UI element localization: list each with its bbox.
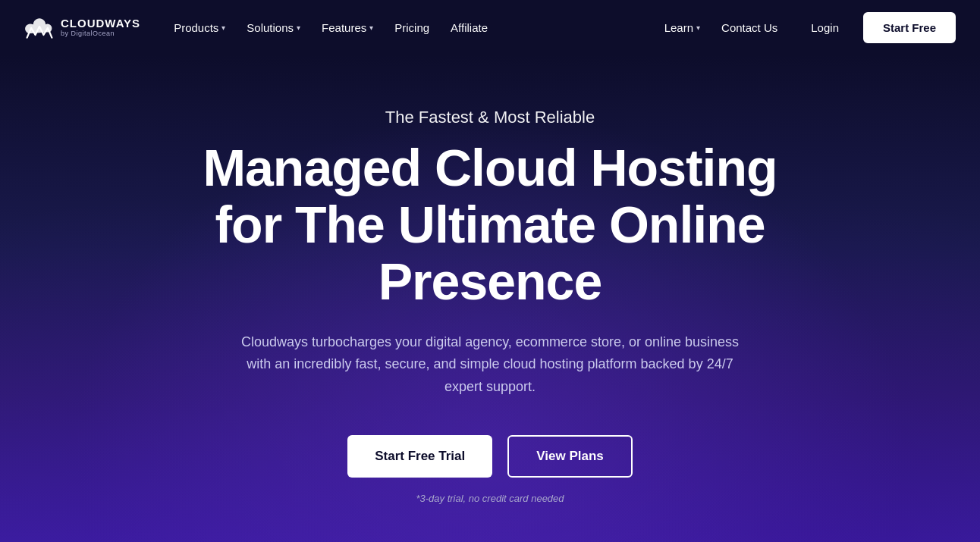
chevron-down-icon: ▾ <box>221 23 225 32</box>
nav-contact[interactable]: Contact Us <box>712 15 787 40</box>
start-free-button[interactable]: Start Free <box>863 12 956 43</box>
navbar-right: Learn ▾ Contact Us Login Start Free <box>655 12 956 43</box>
chevron-down-icon: ▾ <box>369 23 373 32</box>
hero-buttons: Start Free Trial View Plans <box>187 435 793 478</box>
nav-learn[interactable]: Learn ▾ <box>655 15 709 40</box>
navbar-left: CLOUDWAYS by DigitalOcean Products ▾ Sol… <box>24 14 497 41</box>
chevron-down-icon: ▾ <box>696 23 700 32</box>
logo-icon <box>24 14 55 41</box>
brand-name: CLOUDWAYS <box>61 17 140 30</box>
nav-affiliate[interactable]: Affiliate <box>441 15 497 40</box>
login-button[interactable]: Login <box>802 15 848 40</box>
hero-subtitle: The Fastest & Most Reliable <box>187 108 793 127</box>
hero-trial-note: *3-day trial, no credit card needed <box>187 493 793 504</box>
start-free-trial-button[interactable]: Start Free Trial <box>347 435 492 478</box>
hero-content: The Fastest & Most Reliable Managed Clou… <box>187 108 793 503</box>
view-plans-button[interactable]: View Plans <box>507 435 633 478</box>
navbar: CLOUDWAYS by DigitalOcean Products ▾ Sol… <box>0 0 980 55</box>
nav-features[interactable]: Features ▾ <box>313 15 382 40</box>
brand-sub: by DigitalOcean <box>61 30 140 37</box>
chevron-down-icon: ▾ <box>297 23 300 32</box>
nav-products[interactable]: Products ▾ <box>165 15 234 40</box>
nav-links-right: Learn ▾ Contact Us <box>655 15 787 40</box>
hero-title: Managed Cloud Hosting for The Ultimate O… <box>187 139 793 309</box>
hero-description: Cloudways turbocharges your digital agen… <box>232 331 748 399</box>
hero-section: The Fastest & Most Reliable Managed Clou… <box>0 55 980 542</box>
nav-pricing[interactable]: Pricing <box>385 15 438 40</box>
logo-text: CLOUDWAYS by DigitalOcean <box>61 17 140 38</box>
logo[interactable]: CLOUDWAYS by DigitalOcean <box>24 14 140 41</box>
nav-links-left: Products ▾ Solutions ▾ Features ▾ Pricin… <box>165 15 497 40</box>
nav-solutions[interactable]: Solutions ▾ <box>237 15 309 40</box>
